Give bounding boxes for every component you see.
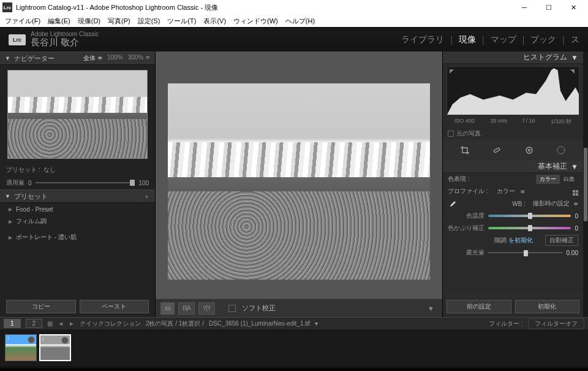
filmstrip-bar: 1 2 ▦ ◄ ► クイックコレクション 2枚の写真 / 1枚選択 / DSC_…	[0, 317, 588, 329]
navigator-header[interactable]: ▼ ナビゲーター 全体 ≑ 100% 300% ≑	[0, 52, 155, 65]
module-develop[interactable]: 現像	[459, 34, 476, 45]
window-tab-2[interactable]: 2	[26, 319, 43, 328]
preset-item[interactable]: ▶ポートレート - 濃い肌	[0, 231, 155, 243]
app-icon: Lrc	[2, 2, 12, 12]
preset-item[interactable]: ▶Food - Preset	[0, 203, 155, 215]
identity-plate: Lrc Adobe Lightroom Classic 長谷川 敬介 ライブラリ…	[0, 27, 588, 52]
heal-tool-icon[interactable]	[491, 144, 503, 156]
right-scrollbar[interactable]	[583, 52, 588, 317]
left-panel: ▼ ナビゲーター 全体 ≑ 100% 300% ≑ プリセット : なし 適用量…	[0, 52, 156, 317]
module-library[interactable]: ライブラリ	[401, 34, 444, 45]
mask-tool-icon[interactable]	[523, 144, 535, 156]
soft-proof-checkbox[interactable]	[228, 305, 236, 312]
treatment-row: 色表現 : カラー白黒	[443, 173, 583, 185]
auto-button[interactable]: 自動補正	[545, 235, 578, 246]
triangle-down-icon: ▼	[571, 53, 578, 62]
triangle-down-icon: ▼	[571, 163, 578, 171]
module-book[interactable]: ブック	[530, 34, 556, 45]
thumbnail[interactable]: 1	[5, 334, 37, 361]
original-checkbox-row[interactable]: 元の写真	[443, 128, 583, 140]
amount-slider[interactable]: 適用量 0 100	[0, 176, 155, 189]
tone-row: 階調 を初期化 自動補正	[443, 234, 583, 247]
histogram[interactable]: ◤ ◥	[447, 66, 579, 115]
checkbox-icon[interactable]	[448, 131, 454, 137]
module-more[interactable]: ス	[571, 34, 579, 45]
menu-photo[interactable]: 写真(P)	[105, 17, 133, 26]
menu-file[interactable]: ファイル(F)	[2, 17, 43, 26]
add-preset-icon[interactable]: ＋	[143, 192, 150, 201]
collection-name[interactable]: クイックコレクション	[80, 319, 141, 328]
maximize-button[interactable]: ☐	[537, 0, 561, 15]
crop-tool-icon[interactable]	[459, 144, 471, 156]
nav-fwd-icon[interactable]: ►	[69, 320, 75, 327]
menu-develop[interactable]: 現像(D)	[75, 17, 103, 26]
navigator-preview[interactable]	[7, 70, 148, 159]
temp-slider[interactable]: 色温度 0	[443, 210, 583, 222]
before-after-lr-button[interactable]: B|A	[178, 302, 195, 315]
exif-info: ISO 40035 mmf / 161/320 秒	[443, 118, 583, 128]
badge-icon	[61, 337, 69, 344]
basic-header[interactable]: 基本補正▼	[443, 161, 583, 173]
svg-point-2	[528, 150, 530, 151]
presets-header[interactable]: ▼ プリセット ＋	[0, 189, 155, 203]
clip-shadow-icon[interactable]: ◤	[450, 68, 456, 74]
preset-item[interactable]: ▶フィルム調	[0, 215, 155, 228]
filter-label: フィルター :	[489, 319, 523, 328]
previous-button[interactable]: 前の設定	[447, 300, 511, 313]
develop-toolbar: ▭ B|A Y|Y ソフト校正 ▼	[156, 299, 442, 317]
navigator-title: ナビゲーター	[14, 54, 55, 63]
radial-tool-icon[interactable]	[555, 144, 567, 156]
profile-browser-icon[interactable]	[573, 190, 578, 196]
paste-button[interactable]: ペースト	[80, 300, 149, 313]
svg-point-3	[557, 147, 565, 154]
profile-row[interactable]: プロファイル : カラー≑	[443, 185, 583, 197]
close-button[interactable]: ✕	[561, 0, 586, 15]
menu-view[interactable]: 表示(V)	[201, 17, 228, 26]
selection-summary: 2枚の写真 / 1枚選択 /	[146, 319, 204, 328]
window-tab-1[interactable]: 1	[4, 319, 21, 328]
filter-dropdown[interactable]: フィルターオフ	[528, 318, 584, 329]
user-name: 長谷川 敬介	[31, 37, 99, 48]
menu-help[interactable]: ヘルプ(H)	[283, 17, 317, 26]
soft-proof-label: ソフト校正	[242, 304, 276, 313]
slider-thumb[interactable]	[524, 250, 528, 256]
triangle-down-icon: ▼	[5, 55, 10, 61]
reset-button[interactable]: 初期化	[515, 300, 580, 313]
eyedropper-icon[interactable]	[448, 199, 456, 208]
menu-tool[interactable]: ツール(T)	[165, 17, 198, 26]
exposure-slider[interactable]: 露光量 0.00	[443, 247, 583, 259]
menu-settings[interactable]: 設定(S)	[135, 17, 163, 26]
filmstrip-thumbs: 1 2	[0, 329, 588, 366]
presets-title: プリセット	[14, 192, 48, 201]
grid-icon[interactable]: ▦	[47, 320, 53, 327]
menu-window[interactable]: ウィンドウ(W)	[231, 17, 281, 26]
menu-bar: ファイル(F) 編集(E) 現像(D) 写真(P) 設定(S) ツール(T) 表…	[0, 15, 588, 27]
wb-row[interactable]: WB : 撮影時の設定≑	[443, 197, 583, 210]
tool-strip	[443, 140, 583, 161]
zoom-fit[interactable]: 全体 ≑	[83, 54, 102, 63]
before-after-tb-button[interactable]: Y|Y	[198, 302, 215, 315]
preset-value-row: プリセット : なし	[0, 164, 155, 176]
zoom-300[interactable]: 300% ≑	[128, 54, 150, 63]
tint-slider[interactable]: 色かぶり補正 0	[443, 222, 583, 234]
toolbar-dropdown-icon[interactable]: ▼	[428, 305, 437, 312]
thumbnail[interactable]: 2	[39, 334, 71, 361]
slider-thumb[interactable]	[528, 225, 532, 231]
tone-reset-link[interactable]: を初期化	[508, 237, 533, 243]
clip-highlight-icon[interactable]: ◥	[570, 68, 576, 74]
svg-point-1	[526, 147, 532, 153]
minimize-button[interactable]: ─	[512, 0, 537, 15]
copy-button[interactable]: コピー	[6, 300, 76, 313]
image-canvas[interactable]	[156, 52, 442, 299]
loupe-view-button[interactable]: ▭	[160, 302, 175, 315]
treatment-toggle[interactable]: カラー白黒	[536, 175, 578, 184]
center-panel: ▭ B|A Y|Y ソフト校正 ▼	[156, 52, 442, 317]
nav-back-icon[interactable]: ◄	[58, 320, 64, 327]
menu-edit[interactable]: 編集(E)	[45, 17, 73, 26]
histogram-header[interactable]: ヒストグラム▼	[443, 52, 583, 64]
module-map[interactable]: マップ	[491, 34, 516, 45]
zoom-100[interactable]: 100%	[107, 54, 123, 63]
slider-thumb[interactable]	[130, 180, 135, 186]
slider-thumb[interactable]	[528, 213, 532, 219]
module-picker: ライブラリ| 現像| マップ| ブック| ス	[401, 34, 579, 45]
